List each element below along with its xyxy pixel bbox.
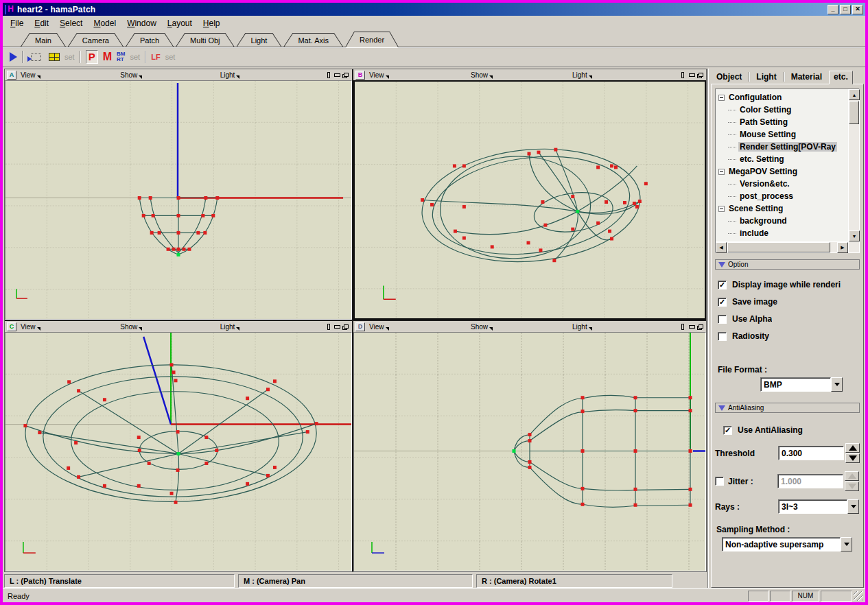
viewport-a-canvas[interactable]	[5, 80, 352, 320]
render-region-icon[interactable]	[31, 54, 41, 61]
threshold-input[interactable]: 0.300	[778, 446, 844, 460]
scroll-up-icon[interactable]: ▲	[849, 89, 860, 100]
tree-item-include[interactable]: include	[718, 227, 847, 239]
tab-light[interactable]: Light	[237, 33, 282, 47]
display-image-while-renderi-checkbox[interactable]: ✓Display image while renderi	[718, 278, 860, 291]
menu-window[interactable]: Window	[121, 17, 162, 29]
light-menu[interactable]: Light	[572, 71, 592, 79]
view-menu[interactable]: View	[369, 71, 389, 79]
tree-item-color-setting[interactable]: Color Setting	[718, 104, 847, 116]
dropdown-arrow-icon[interactable]	[847, 499, 859, 514]
spin-down-icon[interactable]	[845, 453, 860, 463]
rays-select[interactable]: 3l~3	[778, 499, 859, 514]
tree-item-scene-setting[interactable]: Scene Setting	[718, 202, 847, 215]
light-menu[interactable]: Light	[572, 323, 592, 331]
menu-select[interactable]: Select	[54, 17, 88, 29]
viewport-d-canvas[interactable]	[353, 332, 706, 571]
dropdown-arrow-icon[interactable]	[831, 377, 843, 392]
view-menu[interactable]: View	[21, 71, 40, 79]
scroll-right-icon[interactable]: ▶	[837, 242, 848, 253]
option-section-header[interactable]: Option	[715, 259, 860, 270]
viewport-maximize-v-button[interactable]	[325, 71, 332, 78]
view-menu[interactable]: View	[369, 323, 389, 331]
menu-help[interactable]: Help	[198, 17, 226, 29]
tree-collapse-icon[interactable]	[718, 206, 725, 212]
viewport-maximize-h-button[interactable]	[688, 323, 695, 330]
tree-item-mouse-setting[interactable]: Mouse Setting	[718, 128, 847, 141]
menu-edit[interactable]: Edit	[29, 17, 54, 29]
settings-tab-material[interactable]: Material	[787, 71, 826, 82]
light-menu[interactable]: Light	[220, 71, 240, 79]
tab-mat-axis[interactable]: Mat. Axis	[283, 33, 343, 47]
tree-collapse-icon[interactable]	[718, 95, 725, 101]
viewport-c-canvas[interactable]	[5, 332, 352, 571]
use-alpha-checkbox[interactable]: Use Alpha	[718, 313, 860, 325]
bmrt-button[interactable]: BMRT	[117, 51, 125, 62]
tree-item-etc-setting[interactable]: etc. Setting	[718, 153, 847, 165]
settings-tab-object[interactable]: Object	[712, 71, 746, 82]
show-menu[interactable]: Show	[120, 323, 142, 331]
settings-tab-etc[interactable]: etc.	[829, 71, 853, 84]
radiosity-checkbox[interactable]: Radiosity	[718, 330, 860, 342]
megapov-toggle-button[interactable]: M	[103, 51, 112, 63]
scroll-down-icon[interactable]: ▼	[849, 230, 860, 241]
resize-grip[interactable]	[854, 591, 863, 601]
show-menu[interactable]: Show	[471, 323, 493, 331]
tree-vertical-scrollbar[interactable]: ▲ ▼	[848, 89, 859, 252]
menu-model[interactable]: Model	[88, 17, 121, 29]
tab-patch[interactable]: Patch	[126, 33, 174, 47]
tab-multi-obj[interactable]: Multi Obj	[176, 33, 234, 47]
maximize-button[interactable]: □	[840, 5, 851, 14]
viewport-maximize-v-button[interactable]	[679, 71, 686, 78]
view-menu[interactable]: View	[21, 323, 40, 331]
set-button-3[interactable]: set	[165, 53, 176, 61]
spin-up-icon[interactable]	[845, 443, 860, 453]
set-button-2[interactable]: set	[130, 53, 140, 61]
tree-horizontal-scrollbar[interactable]: ◀ ▶	[716, 241, 848, 252]
viewport-b-canvas[interactable]	[353, 80, 706, 320]
scroll-left-icon[interactable]: ◀	[716, 242, 727, 253]
tree-item-background[interactable]: background	[718, 215, 847, 227]
settings-tab-light[interactable]: Light	[752, 71, 780, 82]
viewport-restore-button[interactable]	[697, 323, 704, 330]
povray-toggle-button[interactable]: P	[86, 50, 98, 64]
close-button[interactable]: ✕	[852, 5, 863, 14]
tree-item-render-setting-pov-ray[interactable]: Render Setting[POV-Ray	[718, 141, 847, 153]
lf-button[interactable]: LF	[151, 53, 160, 61]
render-play-icon[interactable]	[10, 52, 17, 62]
tree-item-configulation[interactable]: Configulation	[718, 91, 847, 104]
tree-item-version-etc[interactable]: Version&etc.	[718, 178, 847, 190]
scrollbar-thumb[interactable]	[727, 242, 830, 252]
jitter-checkbox[interactable]	[715, 477, 724, 486]
viewport-maximize-h-button[interactable]	[334, 71, 341, 78]
set-button-1[interactable]: set	[64, 53, 75, 61]
save-image-checkbox[interactable]: ✓Save image	[718, 296, 860, 308]
file-format-select[interactable]: BMP	[760, 377, 843, 392]
minimize-button[interactable]: _	[828, 5, 838, 14]
light-menu[interactable]: Light	[220, 323, 240, 331]
dropdown-arrow-icon[interactable]	[841, 537, 852, 551]
tab-render[interactable]: Render	[345, 32, 399, 47]
tree-collapse-icon[interactable]	[718, 169, 725, 175]
viewport-maximize-v-button[interactable]	[325, 323, 332, 330]
antialiasing-section-header[interactable]: AntiAliasing	[715, 403, 860, 413]
render-grid-icon[interactable]	[49, 53, 60, 61]
tab-main[interactable]: Main	[21, 33, 66, 47]
tree-item-path-setting[interactable]: Path Setting	[718, 116, 847, 128]
sampling-method-select[interactable]: Non-adaptive supersamp	[722, 537, 852, 551]
tree-item-post-process[interactable]: post_process	[718, 190, 847, 202]
viewport-restore-button[interactable]	[697, 71, 704, 78]
tab-camera[interactable]: Camera	[68, 33, 124, 47]
tree-item-megapov-setting[interactable]: MegaPOV Setting	[718, 165, 847, 178]
scrollbar-thumb[interactable]	[849, 101, 859, 124]
viewport-maximize-h-button[interactable]	[688, 71, 695, 78]
viewport-maximize-h-button[interactable]	[334, 323, 341, 330]
viewport-maximize-v-button[interactable]	[679, 323, 686, 330]
viewport-restore-button[interactable]	[343, 71, 350, 78]
menu-file[interactable]: File	[5, 17, 29, 29]
show-menu[interactable]: Show	[471, 71, 493, 79]
show-menu[interactable]: Show	[120, 71, 142, 79]
menu-layout[interactable]: Layout	[162, 17, 198, 29]
use-antialiasing-checkbox[interactable]: ✓ Use AntiAliasing	[723, 424, 860, 436]
viewport-restore-button[interactable]	[343, 323, 350, 330]
